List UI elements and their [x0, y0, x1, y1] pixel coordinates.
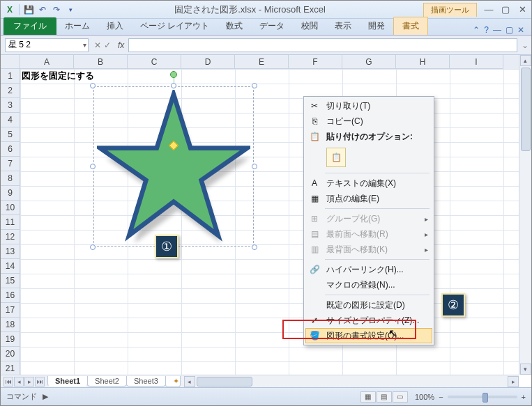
row-header[interactable]: 13 — [1, 244, 20, 259]
col-header[interactable]: I — [450, 55, 503, 69]
resize-handle-nw[interactable] — [90, 83, 96, 88]
undo-button[interactable]: ↶ — [36, 3, 49, 16]
col-header[interactable]: B — [74, 55, 128, 69]
macro-record-icon[interactable]: ▶ — [43, 392, 48, 401]
doc-close-icon[interactable]: ✕ — [517, 25, 524, 35]
cell-A1[interactable]: 図形を固定にする — [22, 70, 94, 82]
row-header[interactable]: 10 — [1, 201, 20, 215]
name-box-dropdown-icon[interactable]: ▾ — [83, 41, 86, 49]
resize-handle-e[interactable] — [252, 164, 257, 169]
resize-handle-sw[interactable] — [90, 244, 96, 250]
qat-more[interactable]: ▾ — [64, 3, 77, 16]
help-icon[interactable]: ? — [484, 25, 489, 35]
file-tab[interactable]: ファイル — [3, 17, 56, 35]
vertical-scrollbar[interactable]: ▴ ▾ — [519, 55, 531, 375]
tab-data[interactable]: データ — [251, 17, 293, 35]
zoom-slider[interactable] — [448, 396, 517, 398]
vscroll-thumb[interactable] — [521, 68, 531, 151]
row-header[interactable]: 7 — [1, 157, 20, 171]
page-layout-view-button[interactable]: ▤ — [377, 391, 392, 403]
row-header[interactable]: 12 — [1, 230, 20, 244]
row-header[interactable]: 15 — [1, 274, 20, 288]
select-all-corner[interactable] — [1, 55, 20, 69]
row-header[interactable]: 3 — [1, 98, 20, 113]
zoom-level[interactable]: 100% — [415, 393, 434, 401]
first-sheet-button[interactable]: ⏮ — [3, 377, 13, 387]
save-button[interactable]: 💾 — [22, 3, 35, 16]
col-header[interactable]: F — [289, 55, 342, 69]
row-header[interactable]: 17 — [1, 303, 20, 318]
star-shape[interactable] — [93, 86, 254, 247]
fx-icon[interactable]: fx — [118, 40, 124, 50]
scroll-left-button[interactable]: ◂ — [184, 376, 195, 387]
ctx-edit-text[interactable]: A テキストの編集(X) — [305, 175, 432, 191]
hscroll-track[interactable]: ◂ ▸ — [184, 376, 519, 387]
paste-option-button[interactable]: 📋 — [326, 148, 346, 167]
tab-format[interactable]: 書式 — [393, 17, 428, 35]
row-header[interactable]: 21 — [1, 361, 20, 376]
formula-expand-icon[interactable]: ⌄ — [522, 40, 529, 50]
tab-home[interactable]: ホーム — [56, 17, 98, 35]
cells[interactable]: 図形を固定にする ① — [20, 69, 519, 375]
sheet-tab[interactable]: Sheet1 — [47, 376, 88, 387]
tab-formulas[interactable]: 数式 — [218, 17, 251, 35]
scroll-right-button[interactable]: ▸ — [508, 376, 519, 387]
minimize-button[interactable]: — — [482, 5, 495, 15]
tab-insert[interactable]: 挿入 — [98, 17, 132, 35]
col-header[interactable]: H — [396, 55, 450, 69]
ctx-set-default-shape[interactable]: 既定の図形に設定(D) — [305, 297, 432, 313]
row-header[interactable]: 5 — [1, 127, 20, 142]
col-header[interactable]: A — [20, 55, 74, 69]
scroll-up-button[interactable]: ▴ — [520, 55, 531, 66]
row-header[interactable]: 11 — [1, 215, 20, 230]
col-header[interactable]: E — [235, 55, 289, 69]
ctx-cut[interactable]: ✂ 切り取り(T) — [305, 98, 432, 114]
page-break-view-button[interactable]: ▭ — [393, 391, 408, 403]
ctx-format-shape[interactable]: 🪣 図形の書式設定(O)... — [305, 328, 432, 343]
col-header[interactable]: D — [181, 55, 235, 69]
rotate-handle[interactable] — [170, 71, 177, 78]
maximize-button[interactable]: ▢ — [499, 5, 512, 15]
ctx-copy[interactable]: ⎘ コピー(C) — [305, 114, 432, 129]
next-sheet-button[interactable]: ▸ — [24, 377, 34, 387]
zoom-in-button[interactable]: + — [522, 393, 526, 401]
row-header[interactable]: 4 — [1, 113, 20, 127]
last-sheet-button[interactable]: ⏭ — [35, 377, 45, 387]
ctx-assign-macro[interactable]: マクロの登録(N)... — [305, 277, 432, 292]
resize-handle-ne[interactable] — [252, 83, 257, 88]
row-header[interactable]: 14 — [1, 259, 20, 274]
new-sheet-button[interactable]: ✦ — [165, 376, 181, 387]
redo-button[interactable]: ↷ — [50, 3, 63, 16]
row-header[interactable]: 8 — [1, 171, 20, 186]
resize-handle-se[interactable] — [252, 244, 257, 250]
row-header[interactable]: 2 — [1, 84, 20, 98]
col-header[interactable]: G — [342, 55, 396, 69]
doc-min-icon[interactable]: — — [493, 25, 501, 35]
tab-developer[interactable]: 開発 — [360, 17, 393, 35]
tab-view[interactable]: 表示 — [326, 17, 360, 35]
hscroll-thumb[interactable] — [197, 377, 252, 387]
sheet-tab[interactable]: Sheet2 — [87, 376, 127, 387]
prev-sheet-button[interactable]: ◂ — [14, 377, 24, 387]
sheet-tab[interactable]: Sheet3 — [126, 376, 166, 387]
row-header[interactable]: 1 — [1, 69, 20, 84]
enter-icon[interactable]: ✓ — [104, 40, 111, 50]
ctx-edit-points[interactable]: ▦ 頂点の編集(E) — [305, 191, 432, 206]
formula-input[interactable] — [128, 38, 517, 52]
row-header[interactable]: 9 — [1, 186, 20, 201]
ctx-hyperlink[interactable]: 🔗 ハイパーリンク(H)... — [305, 262, 432, 277]
scroll-down-button[interactable]: ▾ — [520, 364, 531, 375]
resize-handle-n[interactable] — [171, 83, 176, 88]
ctx-size-properties[interactable]: ⤢ サイズとプロパティ(Z)... — [305, 313, 432, 328]
row-header[interactable]: 19 — [1, 332, 20, 347]
row-header[interactable]: 16 — [1, 288, 20, 303]
zoom-out-button[interactable]: − — [439, 393, 443, 401]
name-box[interactable]: 星 5 2 ▾ — [5, 38, 89, 52]
doc-max-icon[interactable]: ▢ — [506, 25, 513, 35]
ribbon-minimize-icon[interactable]: ⌃ — [473, 25, 480, 35]
row-header[interactable]: 6 — [1, 142, 20, 157]
tab-page-layout[interactable]: ページ レイアウト — [132, 17, 218, 35]
normal-view-button[interactable]: ▦ — [360, 391, 376, 403]
close-button[interactable]: ✕ — [516, 5, 529, 15]
cancel-icon[interactable]: ✕ — [94, 40, 101, 50]
